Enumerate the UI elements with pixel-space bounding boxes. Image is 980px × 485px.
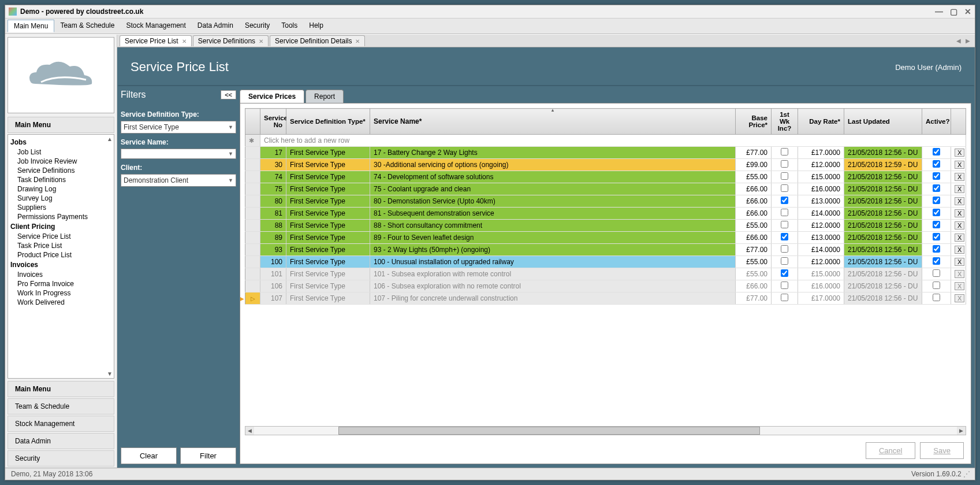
accordion-security[interactable]: Security [8,450,114,467]
clear-button[interactable]: Clear [121,447,177,464]
subtab-report[interactable]: Report [305,90,344,103]
nav-item-work-in-progress[interactable]: Work In Progress [10,288,111,298]
active-checkbox[interactable] [933,184,940,192]
nav-item-pro-forma-invoice[interactable]: Pro Forma Invoice [10,279,111,288]
wk-checkbox[interactable] [781,221,788,228]
table-row[interactable]: 17First Service Type17 - Battery Change … [245,147,966,159]
new-row[interactable]: ✱ Click here to add a new row [245,135,966,147]
menu-data-admin[interactable]: Data Admin [192,20,239,32]
accordion-team-schedule[interactable]: Team & Schedule [8,398,114,414]
nav-group-client-pricing[interactable]: Client Pricing [10,221,111,232]
table-row[interactable]: 74First Service Type74 - Development of … [245,171,966,183]
active-checkbox[interactable] [933,257,940,265]
nav-item-service-price-list[interactable]: Service Price List [10,232,111,241]
wk-checkbox[interactable] [781,197,788,204]
wk-checkbox[interactable] [781,209,788,216]
save-button[interactable]: Save [920,442,964,459]
active-checkbox[interactable] [933,160,940,168]
new-row-text[interactable]: Click here to add a new row [260,135,966,147]
cancel-button[interactable]: Cancel [866,442,915,459]
collapse-filters-button[interactable]: << [221,90,236,99]
wk-checkbox[interactable] [781,245,788,253]
col-updated[interactable]: Last Updated [844,109,922,135]
table-row[interactable]: 89First Service Type89 - Four to Seven l… [245,232,966,244]
nav-item-suppliers[interactable]: Suppliers [10,203,111,212]
tab-service-price-list[interactable]: Service Price List✕ [120,35,192,46]
nav-item-invoices[interactable]: Invoices [10,270,111,279]
accordion-main-menu[interactable]: Main Menu [8,381,114,397]
col-type[interactable]: Service Definition Type* [286,109,370,135]
active-checkbox[interactable] [933,269,940,277]
col-rate[interactable]: Day Rate* [798,109,844,135]
wk-checkbox[interactable] [781,184,788,192]
wk-checkbox[interactable] [781,294,788,301]
col-active[interactable]: Active? [922,109,951,135]
delete-row-button[interactable]: X [955,161,964,169]
menu-help[interactable]: Help [303,20,329,32]
nav-tree[interactable]: ▲ ▼ JobsJob ListJob Invoice ReviewServic… [8,134,114,379]
table-row[interactable]: 88First Service Type88 - Short consultan… [245,220,966,232]
delete-row-button[interactable]: X [955,282,964,290]
wk-checkbox[interactable] [781,269,788,277]
wk-checkbox[interactable] [781,172,788,180]
col-name[interactable]: Service Name*▴ [370,109,736,135]
menu-stock-management[interactable]: Stock Management [120,20,191,32]
table-row[interactable]: 100First Service Type100 - Unusual insta… [245,256,966,268]
subtab-service-prices[interactable]: Service Prices [240,90,304,103]
active-checkbox[interactable] [933,282,940,289]
active-checkbox[interactable] [933,221,940,228]
active-checkbox[interactable] [933,209,940,216]
table-row[interactable]: 30First Service Type30 -Additional servi… [245,159,966,171]
nav-item-task-definitions[interactable]: Task Definitions [10,175,111,184]
close-tab-icon[interactable]: ✕ [259,38,263,45]
nav-group-jobs[interactable]: Jobs [10,137,111,147]
accordion-stock-management[interactable]: Stock Management [8,416,114,432]
table-row[interactable]: 80First Service Type80 - Demonstation Se… [245,195,966,208]
nav-item-task-price-list[interactable]: Task Price List [10,241,111,250]
nav-item-job-invoice-review[interactable]: Job Invoice Review [10,157,111,166]
active-checkbox[interactable] [933,245,940,253]
wk-checkbox[interactable] [781,233,788,240]
filter-name-select[interactable]: ▼ [121,149,236,159]
wk-checkbox[interactable] [781,282,788,289]
delete-row-button[interactable]: X [955,221,964,229]
nav-group-invoices[interactable]: Invoices [10,260,111,270]
menu-team-schedule[interactable]: Team & Schedule [54,20,120,32]
table-row[interactable]: ▷107First Service Type107 - Piling for c… [245,293,966,305]
delete-row-button[interactable]: X [955,185,964,193]
active-checkbox[interactable] [933,148,940,156]
table-row[interactable]: 93First Service Type93 - 2 Way Lights (5… [245,244,966,256]
close-tab-icon[interactable]: ✕ [182,38,187,45]
col-wk[interactable]: 1st Wk Inc? [772,109,798,135]
nav-item-work-delivered[interactable]: Work Delivered [10,298,111,307]
tab-next-icon[interactable]: ▶ [963,38,972,44]
wk-checkbox[interactable] [781,148,788,156]
nav-item-product-price-list[interactable]: Product Price List [10,250,111,260]
nav-item-service-definitions[interactable]: Service Definitions [10,166,111,175]
delete-row-button[interactable]: X [955,246,964,254]
menu-security[interactable]: Security [239,20,275,32]
scroll-up-icon[interactable]: ▲ [107,136,113,142]
tab-service-definitions[interactable]: Service Definitions✕ [193,35,269,46]
tab-prev-icon[interactable]: ◀ [954,38,963,44]
filter-client-select[interactable]: Demonstration Client ▼ [121,174,236,187]
delete-row-button[interactable]: X [955,197,964,205]
table-row[interactable]: 75First Service Type75 - Coolant upgrade… [245,183,966,195]
scrollbar-thumb[interactable] [338,427,760,435]
table-row[interactable]: 106First Service Type106 - Subsea explor… [245,280,966,293]
wk-checkbox[interactable] [781,257,788,265]
resize-grip-icon[interactable]: ⋰ [963,470,969,478]
delete-row-button[interactable]: X [955,209,964,217]
accordion-data-admin[interactable]: Data Admin [8,433,114,449]
menu-main-menu[interactable]: Main Menu [8,20,54,32]
filter-type-select[interactable]: First Service Type ▼ [121,121,236,134]
nav-item-drawing-log[interactable]: Drawing Log [10,184,111,194]
delete-row-button[interactable]: X [955,234,964,242]
active-checkbox[interactable] [933,233,940,240]
menu-tools[interactable]: Tools [275,20,303,32]
close-tab-icon[interactable]: ✕ [355,38,360,45]
delete-row-button[interactable]: X [955,149,964,157]
table-row[interactable]: 81First Service Type81 - Subsequent demo… [245,208,966,220]
col-base[interactable]: Base Price* [736,109,772,135]
delete-row-button[interactable]: X [955,294,964,302]
